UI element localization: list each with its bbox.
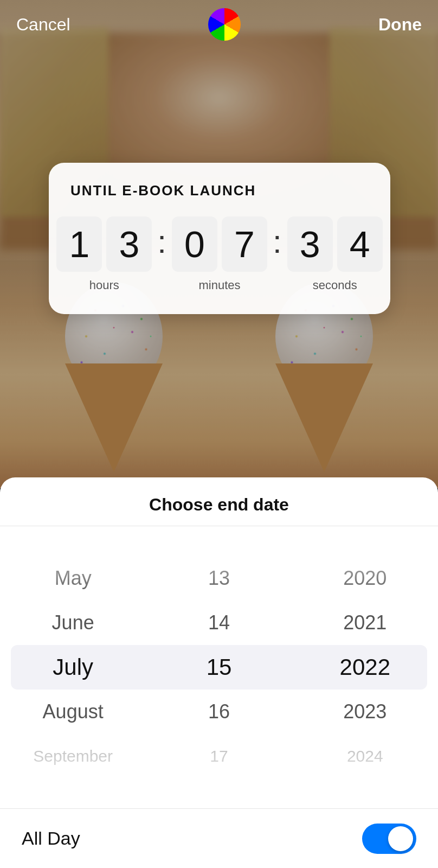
minutes-label: minutes: [198, 278, 240, 292]
countdown-title: UNTIL E-BOOK LAUNCH: [70, 182, 369, 199]
minutes-ones-digit: 7: [222, 216, 267, 272]
picker-item[interactable]: 2024: [340, 734, 390, 778]
picker-item[interactable]: 18: [207, 778, 232, 781]
picker-item[interactable]: 2022: [340, 645, 390, 690]
picker-item[interactable]: 2023: [340, 690, 390, 734]
day-picker-items: 1112131415161718: [207, 553, 232, 781]
picker-item[interactable]: 2025: [340, 778, 390, 781]
picker-item[interactable]: September: [33, 734, 113, 778]
separator-1: :: [157, 223, 166, 288]
all-day-label: All Day: [22, 828, 80, 849]
app-logo-icon: [208, 8, 241, 41]
picker-item[interactable]: October: [33, 778, 113, 781]
minutes-group: 0 7 minutes: [172, 216, 267, 292]
seconds-digits: 3 4: [287, 216, 383, 272]
picker-item[interactable]: 15: [207, 645, 232, 690]
seconds-ones-digit: 4: [337, 216, 383, 272]
hours-tens-digit: 1: [56, 216, 102, 272]
picker-item[interactable]: 2021: [340, 601, 390, 645]
top-navigation-bar: Cancel Done: [0, 0, 438, 49]
done-button[interactable]: Done: [378, 15, 422, 35]
picker-item[interactable]: May: [33, 556, 113, 601]
picker-item[interactable]: 16: [207, 690, 232, 734]
minutes-tens-digit: 0: [172, 216, 217, 272]
picker-item[interactable]: June: [33, 601, 113, 645]
picker-item[interactable]: July: [33, 645, 113, 690]
picker-item[interactable]: 2020: [340, 556, 390, 601]
picker-item[interactable]: 14: [207, 601, 232, 645]
minutes-digits: 0 7: [172, 216, 267, 272]
toggle-knob: [388, 826, 413, 851]
countdown-display: 1 3 hours : 0 7 minutes : 3 4 seconds: [70, 216, 369, 292]
countdown-widget-card: UNTIL E-BOOK LAUNCH 1 3 hours : 0 7 minu…: [49, 163, 390, 314]
all-day-bar: All Day: [0, 808, 438, 868]
hours-group: 1 3 hours: [56, 216, 152, 292]
seconds-label: seconds: [313, 278, 357, 292]
year-picker-items: 20182019202020212022202320242025: [340, 553, 390, 781]
hours-digits: 1 3: [56, 216, 152, 272]
picker-item[interactable]: 17: [207, 734, 232, 778]
cancel-button[interactable]: Cancel: [16, 15, 70, 35]
picker-item[interactable]: 13: [207, 556, 232, 601]
choose-end-date-title: Choose end date: [149, 495, 289, 514]
all-day-toggle[interactable]: [362, 824, 416, 854]
month-picker-items: MarchAprilMayJuneJulyAugustSeptemberOcto…: [33, 553, 113, 781]
date-picker-container[interactable]: MarchAprilMayJuneJulyAugustSeptemberOcto…: [0, 526, 438, 808]
year-picker-column[interactable]: 20182019202020212022202320242025: [292, 553, 438, 781]
hours-label: hours: [89, 278, 119, 292]
seconds-tens-digit: 3: [287, 216, 333, 272]
hours-ones-digit: 3: [106, 216, 152, 272]
bottom-panel: Choose end date MarchAprilMayJuneJulyAug…: [0, 477, 438, 868]
picker-item[interactable]: August: [33, 690, 113, 734]
seconds-group: 3 4 seconds: [287, 216, 383, 292]
bottom-panel-header: Choose end date: [0, 477, 438, 526]
month-picker-column[interactable]: MarchAprilMayJuneJulyAugustSeptemberOcto…: [0, 553, 146, 781]
separator-2: :: [273, 223, 282, 288]
picker-columns: MarchAprilMayJuneJulyAugustSeptemberOcto…: [0, 553, 438, 781]
day-picker-column[interactable]: 1112131415161718: [146, 553, 292, 781]
